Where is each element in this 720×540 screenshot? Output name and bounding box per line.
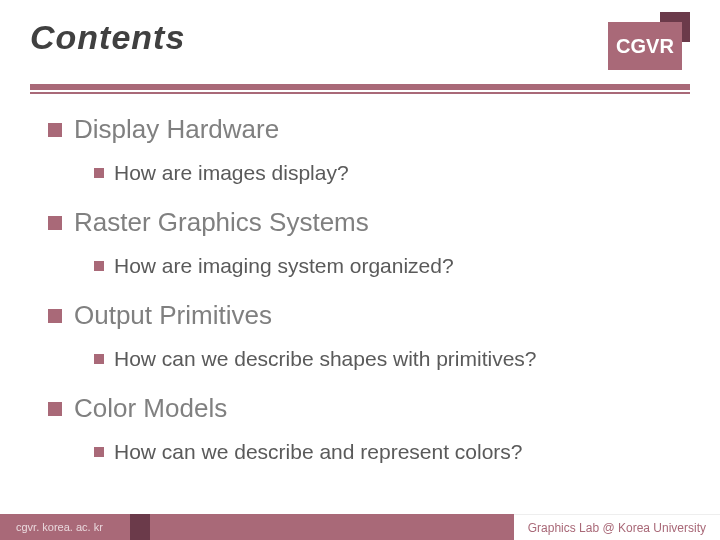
square-bullet-icon (48, 123, 62, 137)
footer-url: cgvr. korea. ac. kr (0, 514, 130, 540)
square-bullet-icon (94, 168, 104, 178)
item-head: Display Hardware (48, 114, 690, 145)
square-bullet-icon (94, 261, 104, 271)
square-bullet-icon (94, 354, 104, 364)
square-bullet-icon (94, 447, 104, 457)
list-item: Color Models How can we describe and rep… (48, 393, 690, 464)
square-bullet-icon (48, 309, 62, 323)
title-row: Contents CGVR (30, 18, 690, 78)
sub-item: How can we describe and represent colors… (94, 440, 690, 464)
item-head: Output Primitives (48, 300, 690, 331)
sub-text: How can we describe and represent colors… (114, 440, 523, 464)
badge-label: CGVR (608, 22, 682, 70)
content: Display Hardware How are images display?… (0, 94, 720, 464)
item-title: Display Hardware (74, 114, 279, 145)
square-bullet-icon (48, 402, 62, 416)
footer-bar (130, 514, 514, 540)
divider-thick (30, 84, 690, 90)
item-title: Raster Graphics Systems (74, 207, 369, 238)
divider-thin (30, 92, 690, 94)
list-item: Raster Graphics Systems How are imaging … (48, 207, 690, 278)
list-item: Output Primitives How can we describe sh… (48, 300, 690, 371)
sub-item: How can we describe shapes with primitiv… (94, 347, 690, 371)
footer: cgvr. korea. ac. kr Graphics Lab @ Korea… (0, 514, 720, 540)
footer-accent (130, 514, 150, 540)
footer-fill (150, 514, 514, 540)
sub-item: How are images display? (94, 161, 690, 185)
page-title: Contents (30, 18, 185, 57)
item-title: Color Models (74, 393, 227, 424)
item-head: Color Models (48, 393, 690, 424)
item-head: Raster Graphics Systems (48, 207, 690, 238)
sub-text: How are images display? (114, 161, 349, 185)
sub-text: How can we describe shapes with primitiv… (114, 347, 537, 371)
sub-item: How are imaging system organized? (94, 254, 690, 278)
badge: CGVR (600, 18, 690, 78)
item-title: Output Primitives (74, 300, 272, 331)
footer-credit: Graphics Lab @ Korea University (514, 514, 720, 540)
header: Contents CGVR (0, 0, 720, 94)
sub-text: How are imaging system organized? (114, 254, 454, 278)
list-item: Display Hardware How are images display? (48, 114, 690, 185)
square-bullet-icon (48, 216, 62, 230)
